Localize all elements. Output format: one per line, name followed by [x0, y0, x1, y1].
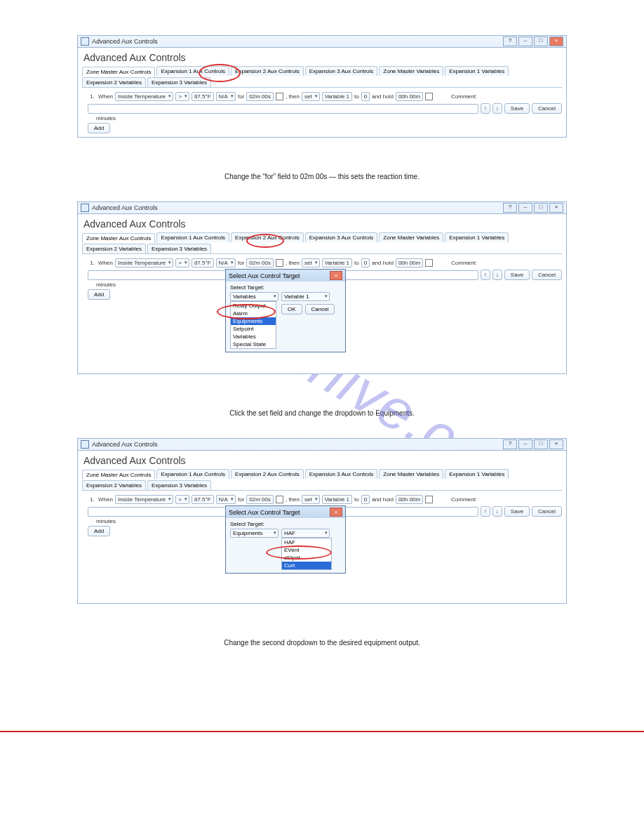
- target-type-listbox[interactable]: Relay Output Alarm Equipments Setpoint V…: [230, 301, 276, 349]
- value-field[interactable]: 0: [361, 258, 370, 267]
- tab-exp1-aux[interactable]: Expansion 1 Aux Controls: [156, 469, 229, 479]
- save-button[interactable]: Save: [504, 103, 530, 114]
- list-item[interactable]: sEtpnt: [282, 554, 331, 562]
- na-dropdown[interactable]: N/A: [216, 258, 236, 267]
- tab-exp3-vars[interactable]: Expansion 3 Variables: [147, 480, 211, 490]
- hold-time-field[interactable]: 00h 00m: [396, 258, 423, 267]
- ok-button[interactable]: OK: [281, 304, 302, 315]
- sensor-dropdown[interactable]: Inside Temperature: [115, 258, 173, 267]
- reaction-checkbox[interactable]: [276, 93, 283, 100]
- tab-exp1-vars[interactable]: Expansion 1 Variables: [445, 232, 509, 242]
- temperature-field[interactable]: 87.5°F: [192, 258, 214, 267]
- cancel-button[interactable]: Cancel: [532, 506, 562, 517]
- action-dropdown[interactable]: set: [302, 258, 320, 267]
- tab-zone-master-vars[interactable]: Zone Master Variables: [379, 469, 443, 479]
- save-button[interactable]: Save: [504, 506, 530, 517]
- tab-exp2-aux[interactable]: Expansion 2 Aux Controls: [231, 469, 304, 479]
- move-down-button[interactable]: ↓: [492, 506, 502, 517]
- na-dropdown[interactable]: N/A: [216, 92, 236, 101]
- save-button[interactable]: Save: [504, 270, 530, 280]
- list-item[interactable]: Setpoint: [231, 325, 276, 333]
- tab-exp3-aux[interactable]: Expansion 3 Aux Controls: [305, 469, 378, 479]
- tab-exp3-vars[interactable]: Expansion 3 Variables: [147, 244, 211, 253]
- move-up-button[interactable]: ↑: [481, 506, 490, 517]
- tab-exp2-vars[interactable]: Expansion 2 Variables: [82, 77, 146, 87]
- target-field[interactable]: Variable 1: [322, 92, 352, 101]
- minimize-button[interactable]: –: [518, 203, 532, 213]
- maximize-button[interactable]: □: [534, 439, 548, 449]
- list-item[interactable]: Equipments: [231, 317, 276, 325]
- minimize-button[interactable]: –: [518, 37, 532, 46]
- tab-zone-master-vars[interactable]: Zone Master Variables: [379, 232, 443, 242]
- target-field[interactable]: Variable 1: [322, 258, 352, 267]
- sensor-dropdown[interactable]: Inside Temperature: [115, 495, 173, 504]
- reaction-time-field[interactable]: 02m 00s: [246, 258, 274, 267]
- add-button[interactable]: Add: [88, 526, 110, 536]
- target-value-dropdown[interactable]: Variable 1: [281, 292, 330, 301]
- tab-exp1-vars[interactable]: Expansion 1 Variables: [445, 66, 509, 76]
- operator-dropdown[interactable]: >: [175, 495, 189, 504]
- cancel-button[interactable]: Cancel: [532, 270, 562, 280]
- help-button[interactable]: ?: [503, 37, 517, 46]
- dialog-close-button[interactable]: ×: [330, 508, 342, 517]
- reaction-time-field[interactable]: 02m 00s: [246, 92, 274, 101]
- list-item[interactable]: Variables: [231, 333, 276, 340]
- dialog-cancel-button[interactable]: Cancel: [305, 304, 335, 315]
- hold-checkbox[interactable]: [425, 496, 433, 503]
- minimize-button[interactable]: –: [518, 439, 532, 449]
- temperature-field[interactable]: 87.5°F: [192, 495, 214, 504]
- target-value-listbox[interactable]: HAF EVent sEtpnt Curt: [281, 538, 332, 570]
- reaction-time-field[interactable]: 02m 00s: [246, 495, 274, 504]
- target-value-dropdown[interactable]: HAF: [281, 529, 330, 538]
- tab-exp2-vars[interactable]: Expansion 2 Variables: [82, 480, 146, 490]
- tab-exp2-aux[interactable]: Expansion 2 Aux Controls: [231, 66, 304, 76]
- hold-checkbox[interactable]: [425, 93, 433, 100]
- tab-exp1-aux[interactable]: Expansion 1 Aux Controls: [156, 66, 229, 76]
- list-item[interactable]: HAF: [282, 538, 331, 546]
- list-item[interactable]: Alarm: [231, 310, 276, 317]
- target-type-dropdown[interactable]: Equipments: [230, 529, 279, 538]
- move-down-button[interactable]: ↓: [492, 103, 502, 114]
- comment-input[interactable]: [88, 104, 478, 114]
- list-item[interactable]: Curt: [282, 562, 331, 569]
- target-field[interactable]: Variable 1: [322, 495, 352, 504]
- target-type-dropdown[interactable]: Variables: [230, 292, 279, 301]
- tab-zone-master-aux[interactable]: Zone Master Aux Controls: [82, 233, 155, 243]
- move-up-button[interactable]: ↑: [481, 270, 490, 280]
- add-button[interactable]: Add: [88, 123, 110, 133]
- hold-checkbox[interactable]: [425, 259, 433, 267]
- value-field[interactable]: 0: [361, 92, 370, 101]
- dialog-close-button[interactable]: ×: [330, 271, 342, 280]
- tab-exp1-vars[interactable]: Expansion 1 Variables: [445, 469, 509, 479]
- add-button[interactable]: Add: [88, 289, 110, 300]
- tab-exp3-aux[interactable]: Expansion 3 Aux Controls: [305, 66, 378, 76]
- value-field[interactable]: 0: [361, 495, 370, 504]
- tab-zone-master-aux[interactable]: Zone Master Aux Controls: [82, 470, 155, 479]
- tab-exp2-aux[interactable]: Expansion 2 Aux Controls: [231, 232, 304, 242]
- list-item[interactable]: Special State: [231, 340, 276, 348]
- operator-dropdown[interactable]: >: [175, 92, 189, 101]
- move-up-button[interactable]: ↑: [481, 103, 490, 114]
- tab-exp3-aux[interactable]: Expansion 3 Aux Controls: [305, 232, 378, 242]
- na-dropdown[interactable]: N/A: [216, 495, 236, 504]
- operator-dropdown[interactable]: >: [175, 258, 189, 267]
- hold-time-field[interactable]: 00h 00m: [396, 495, 423, 504]
- tab-zone-master-vars[interactable]: Zone Master Variables: [379, 66, 443, 76]
- list-item[interactable]: Relay Output: [231, 302, 276, 310]
- sensor-dropdown[interactable]: Inside Temperature: [115, 92, 173, 101]
- action-dropdown[interactable]: set: [302, 495, 320, 504]
- close-button[interactable]: ×: [549, 439, 563, 449]
- close-button[interactable]: ×: [549, 37, 563, 46]
- tab-zone-master-aux[interactable]: Zone Master Aux Controls: [82, 67, 155, 77]
- tab-exp1-aux[interactable]: Expansion 1 Aux Controls: [156, 232, 229, 242]
- cancel-button[interactable]: Cancel: [532, 103, 562, 114]
- help-button[interactable]: ?: [503, 439, 517, 449]
- maximize-button[interactable]: □: [534, 37, 548, 46]
- reaction-checkbox[interactable]: [276, 259, 283, 267]
- action-dropdown[interactable]: set: [302, 92, 320, 101]
- tab-exp2-vars[interactable]: Expansion 2 Variables: [82, 244, 146, 253]
- maximize-button[interactable]: □: [534, 203, 548, 213]
- reaction-checkbox[interactable]: [276, 496, 283, 503]
- tab-exp3-vars[interactable]: Expansion 3 Variables: [147, 77, 211, 87]
- help-button[interactable]: ?: [503, 203, 517, 213]
